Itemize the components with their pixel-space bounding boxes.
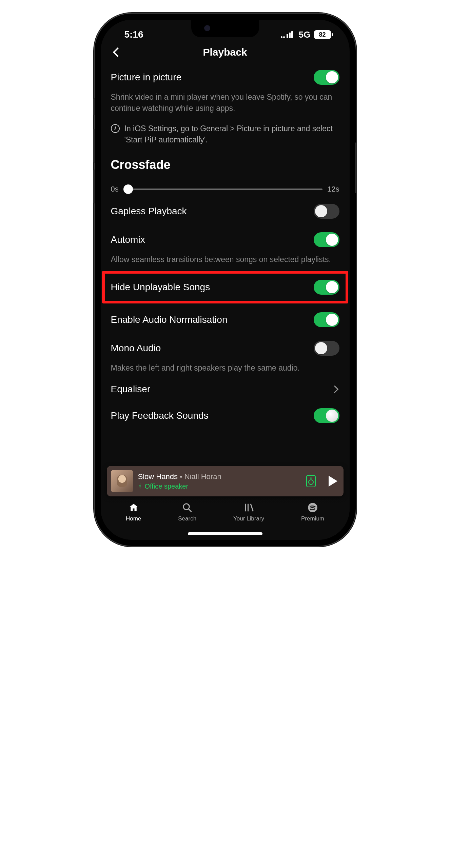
crossfade-heading: Crossfade bbox=[111, 149, 339, 178]
normalisation-title: Enable Audio Normalisation bbox=[111, 314, 228, 325]
crossfade-thumb[interactable] bbox=[123, 184, 133, 194]
pip-info: i In iOS Settings, go to General > Pictu… bbox=[111, 118, 339, 149]
pip-title: Picture in picture bbox=[111, 72, 182, 83]
search-icon bbox=[181, 502, 193, 513]
equaliser-row[interactable]: Equaliser bbox=[111, 377, 339, 401]
bluetooth-icon: ᚼ bbox=[138, 482, 142, 490]
mono-title: Mono Audio bbox=[111, 343, 161, 354]
library-icon bbox=[243, 502, 255, 513]
pip-toggle[interactable] bbox=[314, 70, 339, 85]
mono-description: Makes the left and right speakers play t… bbox=[111, 362, 339, 377]
crossfade-slider[interactable] bbox=[123, 189, 322, 190]
track-separator: • bbox=[178, 472, 184, 481]
track-title: Slow Hands bbox=[138, 472, 178, 481]
album-art[interactable] bbox=[111, 470, 133, 492]
battery-icon: 82 bbox=[314, 30, 333, 39]
mono-audio-row: Mono Audio bbox=[111, 334, 339, 362]
home-indicator[interactable] bbox=[188, 532, 262, 535]
phone-frame: 5:16 5G 82 Playback Picture in picture bbox=[95, 14, 356, 546]
normalisation-row: Enable Audio Normalisation bbox=[111, 305, 339, 334]
crossfade-min: 0s bbox=[111, 185, 119, 194]
tab-library[interactable]: Your Library bbox=[233, 502, 264, 522]
spotify-icon bbox=[307, 502, 318, 513]
back-button[interactable] bbox=[113, 47, 122, 57]
hide-unplayable-toggle[interactable] bbox=[314, 280, 339, 295]
track-info[interactable]: Slow Hands • Niall Horan ᚼ Office speake… bbox=[138, 472, 301, 490]
track-artist: Niall Horan bbox=[184, 472, 221, 481]
network-label: 5G bbox=[299, 29, 311, 40]
highlight-annotation: Hide Unplayable Songs bbox=[102, 271, 348, 303]
tab-search-label: Search bbox=[178, 515, 196, 522]
info-icon: i bbox=[111, 124, 120, 133]
notch bbox=[191, 20, 259, 37]
crossfade-slider-row: 0s 12s bbox=[111, 178, 339, 197]
home-icon bbox=[128, 502, 139, 513]
signal-icon bbox=[281, 31, 295, 38]
automix-title: Automix bbox=[111, 234, 145, 245]
feedback-toggle[interactable] bbox=[314, 408, 339, 423]
status-time: 5:16 bbox=[124, 29, 143, 40]
nav-header: Playback bbox=[101, 44, 350, 63]
connected-device: Office speaker bbox=[145, 482, 189, 490]
gapless-playback-row: Gapless Playback bbox=[111, 197, 339, 225]
automix-row: Automix bbox=[111, 225, 339, 254]
screen: 5:16 5G 82 Playback Picture in picture bbox=[101, 20, 350, 540]
play-button[interactable] bbox=[329, 476, 337, 487]
hide-unplayable-title: Hide Unplayable Songs bbox=[111, 282, 210, 293]
page-title: Playback bbox=[203, 46, 247, 58]
automix-toggle[interactable] bbox=[314, 232, 339, 247]
tab-premium-label: Premium bbox=[301, 515, 324, 522]
feedback-sounds-row: Play Feedback Sounds bbox=[111, 401, 339, 425]
tab-home[interactable]: Home bbox=[126, 502, 141, 522]
gapless-title: Gapless Playback bbox=[111, 206, 187, 217]
hide-unplayable-row: Hide Unplayable Songs bbox=[111, 274, 339, 301]
gapless-toggle[interactable] bbox=[314, 204, 339, 219]
tab-search[interactable]: Search bbox=[178, 502, 196, 522]
picture-in-picture-row: Picture in picture bbox=[111, 63, 339, 92]
crossfade-max: 12s bbox=[327, 185, 339, 194]
pip-description: Shrink video in a mini player when you l… bbox=[111, 92, 339, 118]
tab-home-label: Home bbox=[126, 515, 141, 522]
svg-point-0 bbox=[183, 504, 190, 510]
tab-premium[interactable]: Premium bbox=[301, 502, 324, 522]
automix-description: Allow seamless transitions between songs… bbox=[111, 254, 339, 269]
chevron-right-icon bbox=[331, 386, 338, 393]
mono-toggle[interactable] bbox=[314, 341, 339, 356]
pip-info-text: In iOS Settings, go to General > Picture… bbox=[124, 123, 339, 146]
svg-line-1 bbox=[189, 509, 192, 512]
now-playing-bar[interactable]: Slow Hands • Niall Horan ᚼ Office speake… bbox=[107, 466, 344, 496]
normalisation-toggle[interactable] bbox=[314, 312, 339, 327]
feedback-title: Play Feedback Sounds bbox=[111, 410, 209, 421]
tab-library-label: Your Library bbox=[233, 515, 264, 522]
equaliser-title: Equaliser bbox=[111, 384, 151, 395]
connect-device-icon[interactable] bbox=[306, 475, 316, 487]
